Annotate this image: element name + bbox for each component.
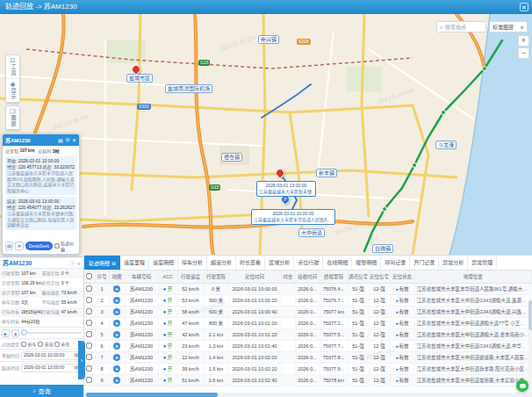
table-row[interactable]: 2 ➤ 苏AM1230 ● 开 53 km/h 300 米 2026-03-01…	[84, 294, 532, 306]
select-all-checkbox[interactable]	[84, 271, 95, 283]
filter-checkbox-input[interactable]	[38, 342, 43, 347]
row-checkbox[interactable]	[84, 374, 95, 386]
end-popup: 2026-03-01 13:00:00 江苏省盐城市大丰区新丰镇	[256, 181, 316, 197]
map-layers-button[interactable]: ❏ 图层	[6, 106, 19, 129]
filter-checkbox[interactable]: 停车	[21, 341, 36, 347]
row-checkbox[interactable]	[84, 283, 95, 294]
tab-item[interactable]: 速度明细	[149, 256, 178, 270]
start-time-input[interactable]: 2026-03-01 10:00:00 ▦	[21, 351, 82, 360]
chevron-down-icon: ∨	[521, 24, 524, 30]
table-row[interactable]: 3 ➤ 苏AM1230 ● 开 58 km/h 600 米 2026-03-01…	[84, 306, 532, 317]
locate-on-map-icon[interactable]: ➤	[113, 308, 120, 315]
tab-item[interactable]: 点位行驶	[294, 256, 323, 270]
table-row[interactable]: 4 ➤ 苏AM1230 ● 开 47 km/h 800 米 2026-03-01…	[84, 317, 532, 328]
row-checkbox[interactable]	[84, 340, 95, 351]
start-lat-value: 33.220072	[54, 164, 75, 170]
start-popup-address: 江苏省盐城市大丰区丰华街道人民路361号	[254, 217, 333, 223]
tab-item[interactable]: 报警明细	[352, 256, 381, 270]
row-plate: 苏AM1230	[125, 363, 158, 374]
row-gps-time: 2026-03-01 10:00:40	[228, 306, 281, 317]
locate-icon[interactable]: ➤	[15, 242, 23, 250]
table-row[interactable]: 5 ➤ 苏AM1230 ● 开 42 km/h 1.1 km 2026-03-0…	[84, 328, 532, 340]
tab-item[interactable]: 异常分析	[439, 256, 468, 270]
locate-on-map-icon[interactable]: ➤	[113, 343, 120, 350]
filter-checkbox-input[interactable]	[54, 342, 60, 347]
info-icon[interactable]: ⓘ	[70, 259, 75, 267]
hscroll-thumb[interactable]	[86, 393, 218, 397]
row-plate: 苏AM1230	[125, 317, 158, 328]
map-search-input[interactable]: ⌕ 搜索地点	[436, 21, 486, 32]
row-speed: 42 km/h	[177, 328, 204, 340]
row-checkbox[interactable]	[84, 294, 95, 306]
vertical-scrollbar[interactable]	[528, 299, 532, 393]
playback-slider[interactable]	[21, 332, 82, 334]
row-gps-time: 2026-03-01 10:00:20	[228, 294, 281, 306]
track-detail-table: 序号 地图 车辆号码 ACC 行驶速度 行驶里程 定位时间 时长 接收时间 终端…	[84, 271, 532, 386]
tab-item[interactable]: 时长查看	[236, 256, 265, 270]
table-row[interactable]: 6 ➤ 苏AM1230 ● 开 23 km/h 1.3 km 2026-03-0…	[84, 340, 532, 351]
zoom-in-button[interactable]: +	[518, 35, 529, 47]
slider-thumb[interactable]	[21, 329, 27, 336]
query-button[interactable]: ⌕ 查询	[0, 385, 83, 397]
tab-item[interactable]: 异常管理	[468, 256, 497, 270]
filter-checkbox[interactable]: 补传	[54, 341, 69, 347]
filter-checkbox[interactable]: 无效	[38, 341, 53, 347]
row-gps-time: 2026-03-01 10:01:00	[228, 317, 281, 328]
row-checkbox[interactable]	[84, 317, 95, 328]
status-dot-icon: ●	[395, 378, 398, 383]
row-address: 江苏省盐城市大丰区大中街道G343通榆大道,鑫源化工业-南门,鑫源化车辆停车场附…	[414, 294, 532, 306]
expand-icon: ›	[81, 357, 83, 364]
row-status: 有效	[399, 286, 409, 292]
table-row[interactable]: 9 ➤ 苏AM1230 ● 开 51 km/h 1.6 km 2026-03-0…	[84, 374, 532, 386]
zoom-out-button[interactable]: −	[518, 47, 529, 59]
row-gsm-signal: 51-强	[348, 374, 369, 386]
tab-item[interactable]: 呼叫记录	[381, 256, 410, 270]
row-checkbox[interactable]	[84, 363, 95, 374]
map-layer-select[interactable]: 标准图层 ∨	[489, 21, 528, 32]
export-icon[interactable]: ▤	[5, 242, 13, 250]
row-odometer: 75077.9...	[320, 363, 348, 374]
locate-on-map-icon[interactable]: ➤	[113, 354, 120, 361]
report-icon[interactable]: ▤	[58, 137, 63, 143]
locate-on-map-icon[interactable]: ➤	[113, 285, 120, 292]
row-checkbox[interactable]	[84, 328, 95, 340]
road-badge: S331	[137, 104, 151, 110]
close-icon[interactable]: ✕	[72, 137, 76, 143]
map-display-button[interactable]: ◉ 显示	[6, 79, 19, 102]
map-tools-button[interactable]: ⊡ 工具	[6, 55, 19, 79]
horizontal-scrollbar[interactable]	[84, 393, 532, 397]
play-icon[interactable]: ▶	[2, 329, 10, 337]
window-icon[interactable]: ⧉	[66, 137, 69, 143]
tab-item[interactable]: 速度里程	[120, 256, 149, 270]
table-row[interactable]: 7 ➤ 苏AM1230 ● 开 12 km/h 1.4 km 2026-03-0…	[84, 351, 532, 363]
tab-item[interactable]: 在线明细	[323, 256, 352, 270]
tab-track-detail[interactable]: 轨迹明细 ⊞	[84, 256, 120, 270]
chevron-down-icon[interactable]: ∨	[77, 260, 81, 266]
tab-item[interactable]: 区域分析	[265, 256, 294, 270]
table-header-row: 序号 地图 车辆号码 ACC 行驶速度 行驶里程 定位时间 时长 接收时间 终端…	[84, 271, 532, 283]
row-address: 江苏省盐城市大丰区大中街道G343通榆大道,兴鑫紧挨大丰区专用产业园(云飞...	[414, 306, 532, 317]
tab-item[interactable]: 开门记录	[410, 256, 439, 270]
end-time-input[interactable]: 2026-03-01 13:00:00 ▦	[21, 364, 82, 372]
panel-collapse-handle[interactable]: ›	[78, 341, 85, 379]
close-icon[interactable]: ✕	[520, 3, 528, 11]
status-dot-icon: ●	[395, 321, 398, 326]
assistant-float-button[interactable]	[516, 379, 528, 392]
tab-item[interactable]: 停车分析	[178, 256, 207, 270]
row-checkbox[interactable]	[84, 306, 95, 317]
tab-item[interactable]: 超速分析	[207, 256, 236, 270]
row-checkbox[interactable]	[84, 351, 95, 363]
locate-on-map-icon[interactable]: ➤	[113, 320, 120, 327]
track-correct-checkbox[interactable]: 轨迹纠偏	[54, 240, 76, 252]
deepseek-button[interactable]: DeepSeek	[25, 242, 53, 250]
table-row[interactable]: 1 ➤ 苏AM1230 ● 开 52 km/h 0 米 2026-03-01 1…	[84, 283, 532, 294]
table-row[interactable]: 8 ➤ 苏AM1230 ● 开 39 km/h 1.5 km 2026-03-0…	[84, 363, 532, 374]
row-duration	[281, 317, 295, 328]
stop-icon[interactable]: ■	[11, 329, 19, 337]
locate-on-map-icon[interactable]: ➤	[113, 365, 120, 372]
track-correct-checkbox-input[interactable]	[54, 243, 60, 249]
locate-on-map-icon[interactable]: ➤	[113, 297, 120, 304]
filter-checkbox-input[interactable]	[21, 342, 26, 347]
locate-on-map-icon[interactable]: ➤	[113, 377, 120, 384]
locate-on-map-icon[interactable]: ➤	[113, 331, 120, 338]
